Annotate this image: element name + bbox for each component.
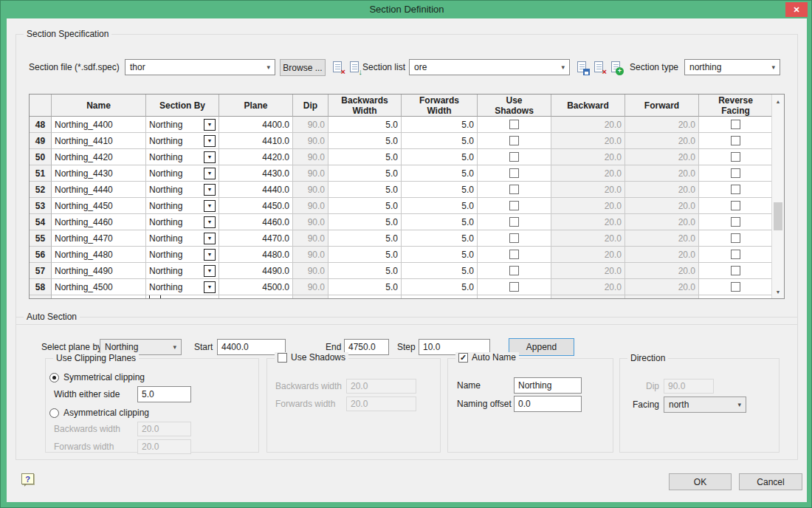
section-file-combobox[interactable]: thor ▾ [125,59,275,75]
symmetrical-clipping-option[interactable]: Symmetrical clipping [49,371,145,383]
use-shadows-checkbox[interactable] [278,353,287,363]
help-button[interactable]: ? [21,473,34,484]
backwards-width-cell[interactable]: 5.0 [328,149,402,165]
reverse-facing-cell[interactable] [699,133,771,149]
reverse-facing-cell[interactable] [699,165,771,182]
cancel-button[interactable]: Cancel [739,473,802,490]
section-by-cell[interactable]: Northing▼ [146,182,219,198]
use-shadows-cell[interactable] [478,149,551,165]
use-shadows-cell[interactable] [478,198,551,214]
reverse-facing-cell[interactable] [699,182,771,198]
name-cell[interactable] [52,295,146,298]
reverse-facing-cell-checkbox[interactable] [731,136,740,145]
plane-cell[interactable]: 4410.0 [219,133,293,149]
column-header[interactable]: BackwardsWidth [328,95,402,117]
section-by-dropdown[interactable] [149,295,161,298]
plane-cell[interactable]: 4400.0 [219,117,293,133]
use-shadows-cell[interactable] [478,230,551,247]
scroll-up-icon[interactable]: ▲ [772,95,784,107]
name-cell[interactable]: Northing_4420 [52,149,146,165]
reverse-facing-cell[interactable] [699,214,771,230]
reverse-facing-cell[interactable] [699,149,771,165]
forwards-width-cell[interactable]: 5.0 [402,117,478,133]
reverse-facing-cell-checkbox[interactable] [731,152,740,162]
ok-button[interactable]: OK [669,473,732,490]
reverse-facing-cell-checkbox[interactable] [731,250,740,259]
section-list-combobox[interactable]: ore ▾ [409,59,570,75]
column-header[interactable]: UseShadows [478,95,551,117]
reverse-facing-cell-checkbox[interactable] [731,282,740,292]
use-shadows-cell[interactable] [478,165,551,182]
use-shadows-cell[interactable] [478,247,551,263]
name-cell[interactable]: Northing_4490 [52,263,146,279]
delete-section-list-icon[interactable]: × [593,61,605,74]
plane-cell[interactable]: 4440.0 [219,182,293,198]
name-cell[interactable]: Northing_4460 [52,214,146,230]
symmetrical-radio[interactable] [49,373,59,382]
name-cell[interactable]: Northing_4430 [52,165,146,182]
use-shadows-cell-checkbox[interactable] [509,250,519,259]
section-by-dropdown[interactable]: ▼ [204,151,216,163]
section-by-dropdown[interactable]: ▼ [204,119,216,131]
title-bar[interactable]: Section Definition ✕ [1,1,812,18]
use-shadows-cell[interactable] [478,214,551,230]
name-cell[interactable]: Northing_4470 [52,230,146,247]
backwards-width-cell[interactable]: 5.0 [328,133,402,149]
auto-name-legend[interactable]: ✓ Auto Name [455,352,519,363]
forwards-width-cell[interactable] [402,295,478,298]
section-by-dropdown[interactable]: ▼ [204,281,216,293]
save-section-list-icon[interactable] [576,61,588,74]
close-button[interactable]: ✕ [785,2,808,17]
section-by-cell[interactable]: Northing▼ [146,133,219,149]
use-shadows-legend[interactable]: Use Shadows [275,352,348,363]
name-cell[interactable]: Northing_4410 [52,133,146,149]
forwards-width-cell[interactable]: 5.0 [402,149,478,165]
section-by-dropdown[interactable]: ▼ [204,200,216,212]
use-shadows-cell-checkbox[interactable] [509,152,519,162]
asymmetrical-clipping-option[interactable]: Asymmetrical clipping [49,407,149,419]
backwards-width-cell[interactable]: 5.0 [328,279,402,295]
browse-button[interactable]: Browse ... [280,59,326,76]
section-by-cell[interactable]: Northing▼ [146,214,219,230]
plane-cell[interactable]: 4420.0 [219,149,293,165]
backwards-width-cell[interactable]: 5.0 [328,263,402,279]
use-shadows-cell-checkbox[interactable] [509,282,519,292]
naming-offset-input[interactable]: 0.0 [514,396,582,412]
use-shadows-cell-checkbox[interactable] [509,217,519,227]
reverse-facing-cell-checkbox[interactable] [731,201,740,210]
forwards-width-cell[interactable]: 5.0 [402,279,478,295]
backwards-width-cell[interactable] [328,295,402,298]
backwards-width-cell[interactable]: 5.0 [328,247,402,263]
reverse-facing-cell[interactable] [699,117,771,133]
section-by-dropdown[interactable]: ▼ [204,168,216,179]
use-shadows-cell[interactable] [478,133,551,149]
section-by-dropdown[interactable]: ▼ [204,265,216,277]
forwards-width-cell[interactable]: 5.0 [402,133,478,149]
column-header[interactable]: ForwardsWidth [402,95,478,117]
import-section-file-icon[interactable]: ↓ [348,61,361,74]
reverse-facing-cell[interactable] [699,295,771,298]
section-by-cell[interactable]: Northing▼ [146,263,219,279]
name-input[interactable]: Northing [514,377,582,394]
use-shadows-cell-checkbox[interactable] [509,168,519,178]
plane-cell[interactable]: 4480.0 [219,247,293,263]
scrollbar-thumb[interactable] [774,202,782,230]
forwards-width-cell[interactable]: 5.0 [402,230,478,247]
plane-cell[interactable]: 4460.0 [219,214,293,230]
name-cell[interactable]: Northing_4500 [52,279,146,295]
backwards-width-cell[interactable]: 5.0 [328,198,402,214]
use-shadows-cell-checkbox[interactable] [509,120,519,129]
forwards-width-cell[interactable]: 5.0 [402,214,478,230]
auto-name-checkbox[interactable]: ✓ [458,353,468,363]
use-shadows-cell[interactable] [478,263,551,279]
delete-section-file-icon[interactable]: × [331,61,344,74]
reverse-facing-cell-checkbox[interactable] [731,217,740,227]
backwards-width-cell[interactable]: 5.0 [328,165,402,182]
section-by-dropdown[interactable]: ▼ [204,233,216,244]
section-by-cell[interactable]: Northing▼ [146,165,219,182]
plane-cell[interactable]: 4500.0 [219,279,293,295]
section-by-dropdown[interactable]: ▼ [204,249,216,261]
section-type-combobox[interactable]: northing ▾ [684,59,780,75]
plane-cell[interactable] [219,295,293,298]
reverse-facing-cell[interactable] [699,247,771,263]
